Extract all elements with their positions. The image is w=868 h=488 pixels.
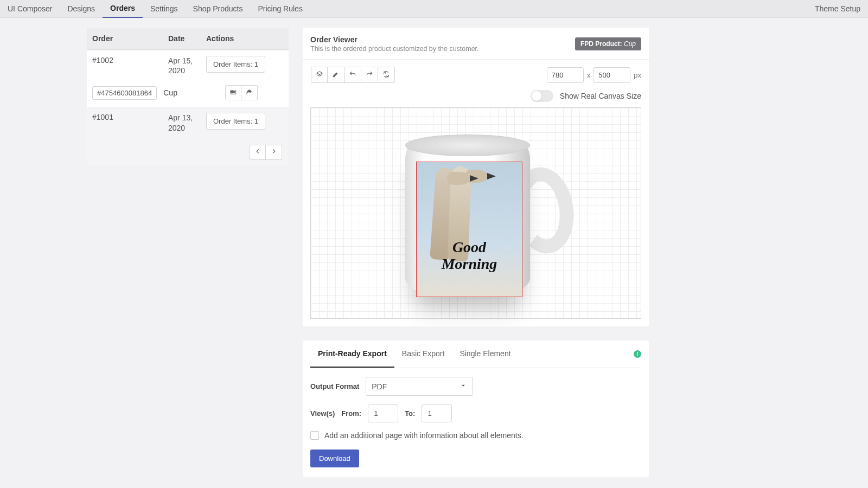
canvas-height-input[interactable]: [593, 67, 630, 83]
export-panel: Print-Ready Export Basic Export Single E…: [303, 341, 649, 477]
undo-icon: [349, 70, 356, 80]
reset-button[interactable]: [378, 67, 395, 83]
dimension-unit: px: [634, 71, 641, 79]
redo-button[interactable]: [361, 67, 378, 83]
chevron-right-icon: [270, 147, 278, 157]
real-canvas-size-label: Show Real Canvas Size: [560, 92, 641, 100]
to-label: To:: [405, 409, 415, 418]
order-subrow: #4754603081864 Cup: [87, 81, 289, 107]
info-badge[interactable]: !: [634, 350, 641, 358]
orders-table-header: Order Date Actions: [87, 28, 289, 50]
nav-settings[interactable]: Settings: [143, 0, 186, 17]
tab-print-ready-export[interactable]: Print-Ready Export: [310, 341, 394, 368]
order-row[interactable]: #1002 Apr 15, 2020 Order Items: 1: [87, 50, 289, 81]
col-header-date: Date: [168, 34, 206, 43]
nav-designs[interactable]: Designs: [60, 0, 103, 17]
caret-down-icon: [459, 382, 467, 391]
canvas-width-input[interactable]: [547, 67, 584, 83]
pager-next-button[interactable]: [266, 145, 282, 160]
share-arrow-icon: [245, 88, 253, 98]
views-from-input[interactable]: [368, 404, 398, 422]
download-button[interactable]: Download: [310, 450, 359, 467]
tab-basic-export[interactable]: Basic Export: [394, 341, 452, 368]
order-viewer-panel: Order Viewer This is the ordered product…: [303, 28, 649, 326]
order-id: #1002: [92, 56, 168, 65]
product-mug: GoodMorning: [378, 129, 573, 297]
order-date: Apr 15, 2020: [168, 56, 206, 75]
folder-open-icon: [229, 88, 237, 98]
brand: UI Composer: [8, 4, 60, 13]
real-canvas-size-toggle[interactable]: [531, 90, 553, 102]
from-label: From:: [341, 409, 361, 418]
orders-panel: Order Date Actions #1002 Apr 15, 2020 Or…: [87, 28, 289, 166]
pager-prev-button[interactable]: [250, 145, 266, 160]
open-folder-button[interactable]: [225, 85, 241, 100]
edit-button[interactable]: [328, 67, 344, 83]
additional-page-label: Add an additional page with information …: [324, 431, 524, 440]
nav-pricing-rules[interactable]: Pricing Rules: [250, 0, 310, 17]
undo-button[interactable]: [344, 67, 361, 83]
sub-order-product: Cup: [163, 88, 177, 97]
pager: [87, 138, 289, 166]
share-button[interactable]: [241, 85, 258, 100]
dimension-separator: x: [587, 71, 591, 79]
topbar: UI Composer Designs Orders Settings Shop…: [0, 0, 868, 18]
output-format-label: Output Format: [310, 382, 359, 390]
order-row[interactable]: #1001 Apr 13, 2020 Order Items: 1: [87, 107, 289, 138]
sub-order-id[interactable]: #4754603081864: [92, 86, 157, 100]
order-id: #1001: [92, 113, 168, 121]
chevron-left-icon: [254, 147, 261, 157]
col-header-actions: Actions: [206, 34, 283, 43]
redo-icon: [366, 70, 373, 80]
order-items-button[interactable]: Order Items: 1: [206, 56, 265, 73]
additional-page-checkbox[interactable]: [310, 431, 319, 440]
views-to-input[interactable]: [422, 404, 452, 422]
order-items-button[interactable]: Order Items: 1: [206, 113, 265, 130]
viewer-subtitle: This is the ordered product customized b…: [310, 45, 479, 53]
canvas[interactable]: GoodMorning: [310, 107, 641, 319]
theme-setup-link[interactable]: Theme Setup: [815, 4, 860, 13]
col-header-order: Order: [92, 34, 168, 43]
nav-orders[interactable]: Orders: [103, 0, 143, 18]
fpd-product-badge: FPD Product: Cup: [575, 37, 641, 50]
tab-single-element[interactable]: Single Element: [452, 341, 518, 368]
nav-shop-products[interactable]: Shop Products: [186, 0, 251, 17]
pencil-icon: [332, 70, 340, 80]
output-format-select[interactable]: PDF: [366, 377, 473, 396]
layers-button[interactable]: [311, 67, 328, 83]
layers-icon: [316, 70, 323, 80]
viewer-title: Order Viewer: [310, 35, 479, 44]
reset-icon: [382, 70, 390, 80]
order-date: Apr 13, 2020: [168, 113, 206, 132]
views-label: View(s): [310, 409, 335, 418]
design-text: GoodMorning: [417, 239, 522, 273]
design-bounding-box[interactable]: GoodMorning: [416, 162, 522, 297]
